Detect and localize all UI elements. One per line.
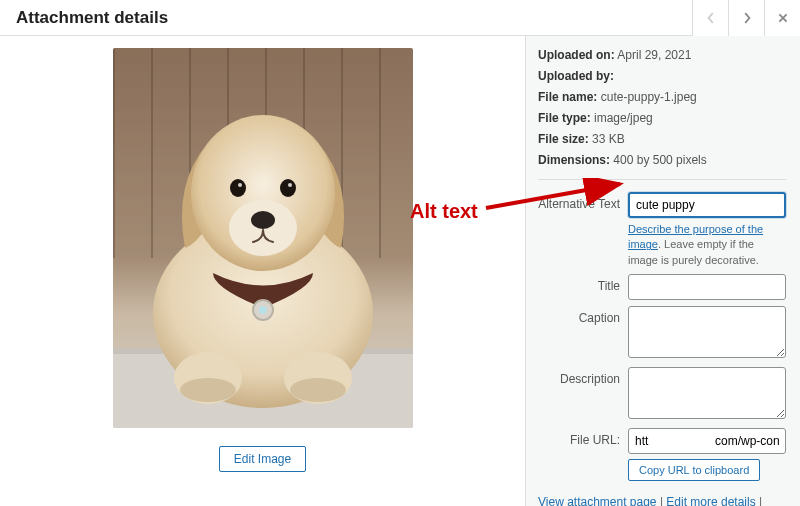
meta-uploaded-by: Uploaded by: [538, 67, 786, 85]
alt-help-text: Describe the purpose of the image. Leave… [628, 222, 786, 268]
details-sidebar: Uploaded on: April 29, 2021 Uploaded by:… [525, 36, 800, 506]
close-button[interactable] [764, 0, 800, 36]
svg-point-14 [180, 378, 236, 402]
svg-point-18 [251, 211, 275, 229]
file-url-input[interactable] [628, 428, 786, 454]
meta-dimensions: Dimensions: 400 by 500 pixels [538, 151, 786, 169]
meta-uploaded-on: Uploaded on: April 29, 2021 [538, 46, 786, 64]
description-input[interactable] [628, 367, 786, 419]
svg-rect-8 [379, 48, 381, 258]
description-label: Description [538, 367, 628, 386]
title-row: Title [538, 274, 786, 300]
svg-point-19 [230, 179, 246, 197]
file-url-label: File URL: [538, 428, 628, 447]
svg-point-20 [280, 179, 296, 197]
page-title: Attachment details [16, 8, 168, 28]
caption-label: Caption [538, 306, 628, 325]
prev-button [692, 0, 728, 36]
next-button[interactable] [728, 0, 764, 36]
edit-more-link[interactable]: Edit more details [666, 495, 755, 506]
chevron-right-icon [741, 12, 753, 24]
svg-point-24 [259, 306, 267, 314]
title-label: Title [538, 274, 628, 293]
title-input[interactable] [628, 274, 786, 300]
svg-point-15 [290, 378, 346, 402]
copy-url-button[interactable]: Copy URL to clipboard [628, 459, 760, 481]
caption-row: Caption [538, 306, 786, 361]
alt-text-input[interactable] [628, 192, 786, 218]
svg-point-22 [288, 183, 292, 187]
meta-file-type: File type: image/jpeg [538, 109, 786, 127]
attachment-image [113, 48, 413, 428]
divider [538, 179, 786, 180]
modal-header: Attachment details [0, 0, 800, 36]
header-nav [692, 0, 800, 35]
chevron-left-icon [705, 12, 717, 24]
svg-point-21 [238, 183, 242, 187]
image-preview-area: Edit Image [0, 36, 525, 506]
svg-rect-2 [151, 48, 153, 258]
alt-text-row: Alternative Text Describe the purpose of… [538, 192, 786, 268]
edit-image-button[interactable]: Edit Image [219, 446, 306, 472]
svg-rect-1 [113, 48, 115, 258]
meta-file-name: File name: cute-puppy-1.jpeg [538, 88, 786, 106]
caption-input[interactable] [628, 306, 786, 358]
close-icon [777, 12, 789, 24]
footer-links: View attachment page | Edit more details… [538, 493, 786, 506]
alt-text-label: Alternative Text [538, 192, 628, 211]
view-attachment-link[interactable]: View attachment page [538, 495, 657, 506]
file-url-row: File URL: Copy URL to clipboard [538, 428, 786, 481]
content: Edit Image Uploaded on: April 29, 2021 U… [0, 36, 800, 506]
description-row: Description [538, 367, 786, 422]
meta-file-size: File size: 33 KB [538, 130, 786, 148]
